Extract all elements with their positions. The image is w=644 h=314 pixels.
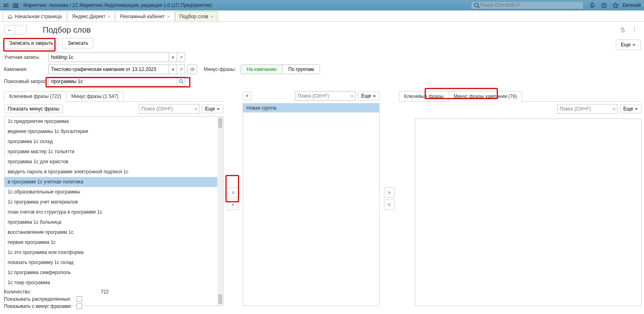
query-label: Поисковый запрос: bbox=[4, 79, 48, 84]
key-phrase-row[interactable]: программ мастер 1с тольятти bbox=[4, 147, 223, 157]
account-dropdown-button[interactable]: ▾ bbox=[169, 52, 177, 62]
key-phrase-row[interactable]: вводить пароль в программе электронной п… bbox=[4, 167, 223, 177]
move-right-button[interactable]: > bbox=[228, 187, 238, 198]
key-phrase-row[interactable]: план счетов его структура в программе 1с bbox=[4, 207, 223, 217]
move-right-button-2[interactable]: > bbox=[384, 187, 394, 198]
tab-label: Яндекс.Директ bbox=[72, 14, 105, 19]
tab-ad-cabinet[interactable]: Рекламный кабинет × bbox=[116, 11, 174, 21]
nav-forward-button[interactable]: → bbox=[15, 25, 27, 35]
center-search-input[interactable] bbox=[295, 91, 355, 101]
query-input[interactable] bbox=[48, 77, 177, 86]
right-more-button[interactable]: Еще bbox=[620, 104, 642, 113]
right-search-input[interactable] bbox=[557, 104, 617, 114]
close-icon[interactable]: × bbox=[211, 14, 213, 19]
toggle-on-campaign[interactable]: На кампанию bbox=[241, 65, 283, 74]
clear-icon[interactable]: × bbox=[351, 93, 354, 99]
tab-word-selection[interactable]: Подбор слов × bbox=[175, 11, 218, 21]
campaign-open-button[interactable]: ↗ bbox=[177, 64, 185, 74]
key-phrases-list[interactable]: 1с предприятие программаведение программ… bbox=[4, 116, 223, 306]
save-button[interactable]: Записать bbox=[62, 38, 93, 48]
svg-point-3 bbox=[179, 80, 182, 83]
right-tab-minus-campaign[interactable]: Минус фразы кампании (78) bbox=[448, 91, 522, 102]
svg-line-4 bbox=[182, 82, 183, 83]
burger-icon[interactable] bbox=[13, 3, 19, 8]
app-logo: 1C bbox=[3, 3, 9, 8]
search-icon bbox=[474, 2, 480, 8]
show-assigned-checkbox[interactable] bbox=[76, 296, 82, 302]
key-phrase-row[interactable]: показать программу 1с склад bbox=[4, 258, 223, 268]
campaign-input[interactable] bbox=[48, 64, 169, 74]
show-minus-phrases-button[interactable]: Показать минус фразы bbox=[4, 104, 63, 113]
account-label: Учетная запись: bbox=[4, 54, 48, 60]
app-title: Маркетинг. Аксиома / 1С:Маркетинг.Лидоге… bbox=[23, 2, 471, 8]
link-icon[interactable] bbox=[620, 27, 625, 33]
move-left-button[interactable]: < bbox=[228, 200, 238, 210]
tab-yandex-direct[interactable]: Яндекс.Директ × bbox=[68, 11, 115, 21]
groups-list[interactable]: Новая группа bbox=[243, 103, 380, 306]
show-assigned-label: Показывать распределенные: bbox=[4, 296, 76, 302]
count-value: 722 bbox=[101, 289, 109, 295]
group-row[interactable]: Новая группа bbox=[243, 104, 379, 112]
history-icon[interactable] bbox=[601, 2, 607, 8]
move-left-button-2[interactable]: < bbox=[384, 200, 394, 210]
key-phrase-row[interactable]: первая программа 1с bbox=[4, 237, 223, 247]
bell-icon[interactable] bbox=[589, 2, 595, 8]
titlebar: 1C Маркетинг. Аксиома / 1С:Маркетинг.Лид… bbox=[0, 0, 644, 10]
toggle-by-groups[interactable]: По группам bbox=[282, 65, 319, 74]
show-with-minus-label: Показывать с минус фразами: bbox=[4, 304, 76, 309]
tab-label: Рекламный кабинет bbox=[120, 14, 165, 19]
center-more-button[interactable]: Еще bbox=[358, 91, 380, 100]
count-label: Количество: bbox=[4, 289, 76, 295]
left-tab-key-phrases[interactable]: Ключевые фразы (722) bbox=[4, 91, 66, 102]
clear-icon[interactable]: × bbox=[194, 106, 198, 112]
key-phrase-row[interactable]: 1с программа учет материалов bbox=[4, 197, 223, 207]
close-icon[interactable]: × bbox=[108, 14, 110, 19]
kebab-icon[interactable]: ⋮ bbox=[631, 27, 638, 33]
campaign-label: Кампания: bbox=[4, 67, 48, 72]
key-phrase-row[interactable]: 1с образовательные программы bbox=[4, 187, 223, 197]
key-phrase-row[interactable]: программа 1с для юристов bbox=[4, 157, 223, 167]
more-button-top[interactable]: Еще bbox=[616, 40, 641, 50]
svg-point-0 bbox=[475, 3, 478, 6]
tab-home[interactable]: Начальная страница bbox=[2, 11, 67, 21]
tab-label: Подбор слов bbox=[180, 14, 208, 19]
user-name[interactable]: Евгений bbox=[623, 2, 641, 8]
svg-line-1 bbox=[478, 6, 479, 8]
star-icon[interactable] bbox=[613, 2, 619, 8]
key-phrase-row[interactable]: в программе 1с учетная политика bbox=[4, 177, 223, 187]
key-phrase-row[interactable]: восстановление программ 1с bbox=[4, 227, 223, 237]
key-phrase-row[interactable]: программа 1с склад bbox=[4, 137, 223, 147]
save-close-button[interactable]: Записать и закрыть bbox=[4, 38, 58, 48]
tabs-row: Начальная страница Яндекс.Директ × Рекла… bbox=[0, 10, 644, 22]
nav-back-button[interactable]: ← bbox=[4, 25, 15, 35]
account-input[interactable] bbox=[48, 52, 169, 62]
query-search-button[interactable] bbox=[177, 77, 185, 86]
account-open-button[interactable]: ↗ bbox=[177, 52, 185, 62]
tab-home-label: Начальная страница bbox=[15, 14, 62, 19]
home-icon bbox=[8, 14, 12, 19]
global-search-input[interactable] bbox=[480, 2, 581, 8]
page-title: Подбор слов bbox=[43, 25, 91, 35]
key-phrase-row[interactable]: программа 1с больница bbox=[4, 217, 223, 227]
key-phrase-row[interactable]: ведение программы 1с бухгалтерия bbox=[4, 127, 223, 137]
refresh-button[interactable]: ⟳ bbox=[188, 64, 197, 74]
key-phrase-row[interactable]: 1с это программа или платформа bbox=[4, 247, 223, 258]
right-tab-key-phrases[interactable]: Ключевые фразы bbox=[399, 91, 449, 102]
minus-phrases-campaign-list[interactable] bbox=[415, 119, 642, 306]
left-search-input[interactable] bbox=[139, 104, 199, 114]
key-phrase-row[interactable]: 1с программа симферополь bbox=[4, 268, 223, 278]
campaign-dropdown-button[interactable]: ▾ bbox=[169, 64, 177, 74]
minus-phrases-label: Минус-фразы: bbox=[204, 67, 236, 72]
add-group-button[interactable]: + bbox=[243, 91, 252, 100]
close-icon[interactable]: × bbox=[167, 14, 169, 19]
show-with-minus-checkbox[interactable] bbox=[76, 304, 82, 309]
clear-icon[interactable]: × bbox=[613, 106, 616, 112]
left-tab-minus-phrases[interactable]: Минус фразы (1 547) bbox=[66, 91, 124, 102]
key-phrase-row[interactable]: 1с предприятие программа bbox=[4, 116, 223, 127]
left-more-button[interactable]: Еще bbox=[202, 104, 223, 113]
